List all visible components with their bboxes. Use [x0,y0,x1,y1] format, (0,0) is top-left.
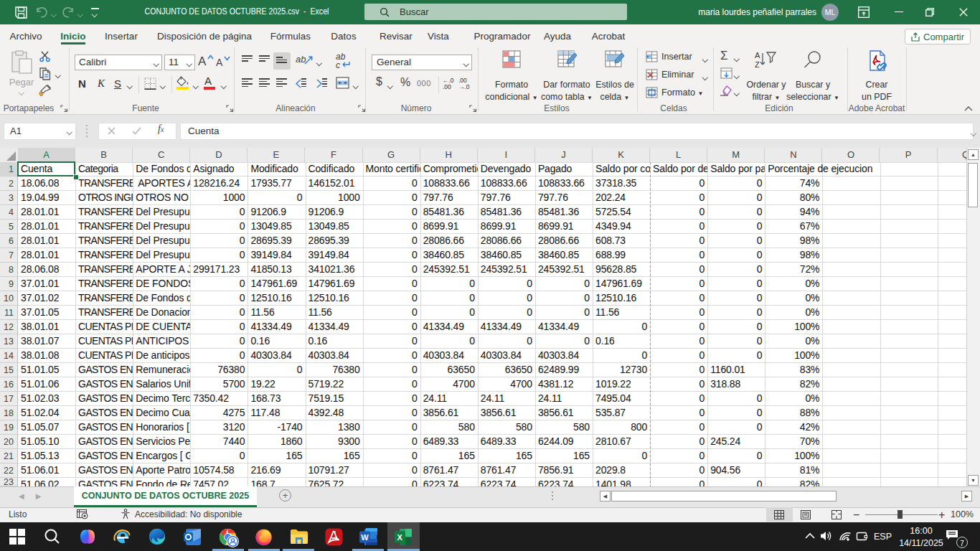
svg-text:A: A [755,51,760,60]
svg-text:X: X [397,533,403,542]
svg-text:W: W [361,533,369,542]
svg-text:.00: .00 [443,83,451,90]
svg-text:Z: Z [755,60,760,69]
